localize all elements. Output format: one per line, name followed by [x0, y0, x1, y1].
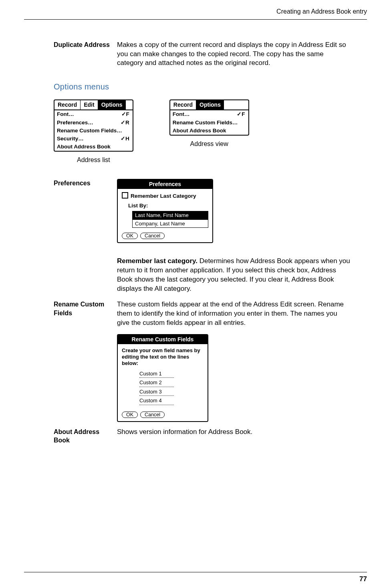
menu-record[interactable]: Record [54, 100, 81, 109]
menu-item-about-address-book[interactable]: About Address Book [170, 127, 248, 135]
menu-item-security[interactable]: Security… ✓H [54, 135, 133, 143]
menu-record[interactable]: Record [170, 100, 196, 109]
list-by-option-lastfirst[interactable]: Last Name, First Name [133, 211, 208, 220]
running-header: Creating an Address Book entry [24, 7, 367, 20]
list-by-option-companylast[interactable]: Company, Last Name [133, 220, 208, 228]
address-view-menu-figure: Record Options Font… ✓F Rename Custom Fi… [169, 99, 249, 164]
about-address-book-description: Shows version information for Address Bo… [117, 428, 350, 445]
address-view-dropdown: Font… ✓F Rename Custom Fields… About Add… [170, 109, 248, 135]
remember-last-category-row: Remember last category. Determines how A… [54, 257, 350, 294]
address-view-caption: Address view [190, 140, 228, 148]
menu-item-rename-custom-fields[interactable]: Rename Custom Fields… [170, 119, 248, 127]
address-list-caption: Address list [77, 156, 110, 164]
about-address-book-term: About Address Book [54, 428, 117, 445]
page-number: 77 [359, 575, 367, 583]
shortcut-stroke-icon: ✓ [237, 111, 242, 117]
custom-field-2-input[interactable]: Custom 2 [139, 379, 174, 387]
menu-options[interactable]: Options [196, 100, 224, 109]
address-list-menubar: Record Edit Options Font… ✓F Preferences… [54, 99, 133, 152]
rename-custom-fields-row: Rename Custom Fields These custom fields… [54, 300, 350, 422]
about-address-book-row: About Address Book Shows version informa… [54, 428, 350, 445]
cancel-button[interactable]: Cancel [140, 412, 165, 418]
custom-field-3-input[interactable]: Custom 3 [139, 388, 174, 396]
options-menus-heading: Options menus [54, 81, 350, 92]
rename-custom-fields-description: These custom fields appear at the end of… [117, 300, 350, 328]
duplicate-address-description: Makes a copy of the current record and d… [117, 41, 350, 68]
shortcut-stroke-icon: ✓ [121, 136, 125, 142]
menu-options[interactable]: Options [98, 100, 126, 109]
address-list-menu-figure: Record Edit Options Font… ✓F Preferences… [54, 99, 133, 164]
shortcut-stroke-icon: ✓ [121, 111, 126, 117]
duplicate-address-row: Duplicate Address Makes a copy of the cu… [54, 41, 350, 68]
cancel-button[interactable]: Cancel [140, 233, 165, 239]
duplicate-address-term: Duplicate Address [54, 41, 117, 68]
remember-last-category-row[interactable]: Remember Last Category [122, 192, 208, 200]
page-footer: 77 [24, 572, 367, 584]
list-by-options: Last Name, First Name Company, Last Name [132, 211, 208, 228]
rename-custom-fields-dialog: Rename Custom Fields Create your own fie… [117, 334, 208, 422]
shortcut-stroke-icon: ✓ [121, 120, 125, 126]
menu-item-font[interactable]: Font… ✓F [54, 110, 133, 118]
preferences-dialog: Preferences Remember Last Category List … [117, 179, 213, 243]
ok-button[interactable]: OK [122, 412, 138, 418]
menu-item-about-address-book[interactable]: About Address Book [54, 143, 133, 151]
menu-item-preferences[interactable]: Preferences… ✓R [54, 119, 133, 127]
remember-last-category-label: Remember Last Category [131, 193, 196, 199]
menu-item-rename-custom-fields[interactable]: Rename Custom Fields… [54, 127, 133, 135]
list-by-label: List By: [128, 202, 208, 209]
options-menus-figures: Record Edit Options Font… ✓F Preferences… [54, 99, 350, 164]
menu-item-font[interactable]: Font… ✓F [170, 110, 248, 118]
custom-field-1-input[interactable]: Custom 1 [139, 370, 174, 378]
address-view-menubar: Record Options Font… ✓F Rename Custom Fi… [169, 99, 249, 136]
rename-dialog-note: Create your own field names by editing t… [122, 347, 204, 367]
remember-last-category-description: Remember last category. Determines how A… [117, 257, 350, 294]
address-list-dropdown: Font… ✓F Preferences… ✓R Rename Custom F… [54, 109, 133, 151]
preferences-dialog-title: Preferences [118, 180, 212, 189]
preferences-row: Preferences Preferences Remember Last Ca… [54, 179, 350, 243]
remember-last-category-checkbox[interactable] [122, 192, 128, 199]
rename-custom-fields-term: Rename Custom Fields [54, 300, 117, 422]
custom-field-4-input[interactable]: Custom 4 [139, 397, 174, 405]
remember-last-category-bold: Remember last category. [117, 257, 198, 265]
preferences-term: Preferences [54, 179, 117, 243]
rename-dialog-title: Rename Custom Fields [118, 335, 208, 344]
menu-edit[interactable]: Edit [81, 100, 98, 109]
ok-button[interactable]: OK [122, 233, 138, 239]
